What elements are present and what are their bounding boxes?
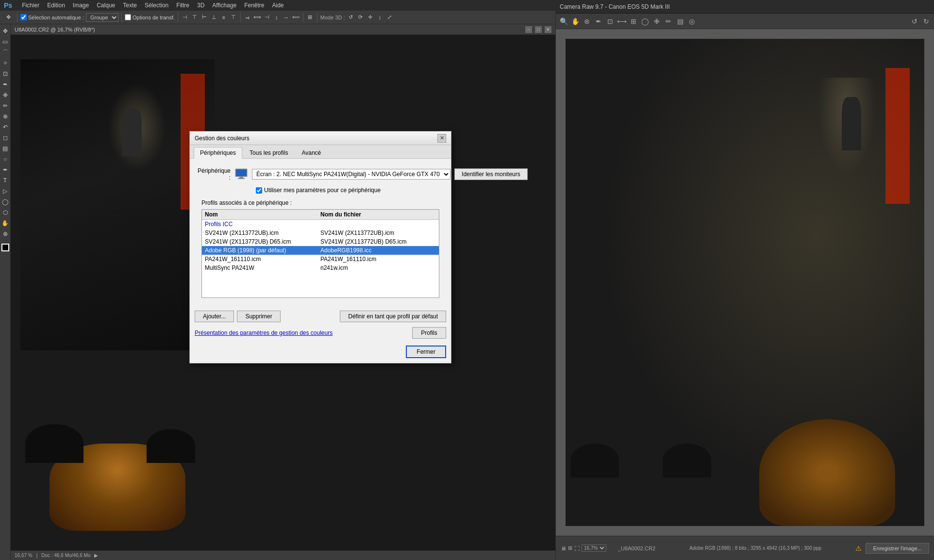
tool-dodge[interactable]: ○ — [0, 154, 10, 164]
mode3d-roll-icon[interactable]: ⟳ — [357, 14, 365, 21]
tool-gradient[interactable]: ▤ — [0, 144, 10, 153]
menu-selection[interactable]: Sélection — [141, 1, 172, 10]
menu-texte[interactable]: Texte — [119, 1, 141, 10]
cr-color-sample-icon[interactable]: ✒ — [594, 16, 603, 26]
profile-row-2[interactable]: Adobe RGB (1998) (par défaut) AdobeRGB19… — [202, 246, 439, 255]
tool-brush[interactable]: ✏ — [0, 101, 10, 111]
tool-text[interactable]: T — [0, 176, 10, 185]
tool-move[interactable]: ✥ — [0, 26, 10, 36]
dialog-close-btn[interactable]: ✕ — [437, 134, 446, 143]
tab-avance[interactable]: Avancé — [295, 147, 327, 158]
align-right-icon[interactable]: ⊢ — [200, 14, 208, 21]
col-name-header: Nom — [205, 211, 320, 218]
identify-monitors-btn[interactable]: Identifier les moniteurs — [454, 168, 528, 180]
menu-filtre[interactable]: Filtre — [172, 1, 193, 10]
color-settings-link[interactable]: Présentation des paramètres de gestion d… — [195, 329, 333, 336]
options-transf-checkbox[interactable]: Options de transf. — [125, 14, 175, 20]
tool-history-brush[interactable]: ↶ — [0, 122, 10, 132]
move-tool-btn[interactable]: ✥ — [3, 13, 14, 22]
distrib-top-icon[interactable]: ↕ — [273, 14, 281, 21]
camera-raw-titlebar: Camera Raw 9.7 - Canon EOS 5D Mark III — [556, 0, 934, 14]
dialog-body: Périphérique : Écran : 2. NEC MultiSync … — [190, 159, 451, 306]
menu-aide[interactable]: Aide — [268, 1, 288, 10]
tool-stamp[interactable]: ⊕ — [0, 112, 10, 121]
cr-save-btn[interactable]: Enregistrer l'image... — [866, 543, 929, 554]
tool-path-select[interactable]: ▷ — [0, 186, 10, 196]
status-arrow[interactable]: ▶ — [94, 553, 98, 558]
groupe-dropdown[interactable]: Groupe — [86, 13, 118, 22]
doc-maximize-btn[interactable]: □ — [535, 26, 542, 33]
profile-row-4[interactable]: MultiSync PA241W n241w.icm — [202, 264, 439, 272]
status-bar: 16,67 % | Doc : 46,6 Mo/46,6 Mo ▶ — [11, 550, 555, 560]
profile-row-0[interactable]: SV241W (2X113772UB).icm SV241W (2X113772… — [202, 229, 439, 237]
profile-row-1[interactable]: SV241W (2X113772UB) D65.icm SV241W (2X11… — [202, 237, 439, 246]
auto-selection-input[interactable] — [20, 14, 27, 20]
align-center-h-icon[interactable]: ≡ — [220, 14, 228, 21]
align-left-icon[interactable]: ⊣ — [181, 14, 189, 21]
tool-hand[interactable]: ✋ — [0, 218, 10, 228]
distrib-bottom-icon[interactable]: ⟸ — [292, 14, 300, 21]
tool-heal[interactable]: ✙ — [0, 90, 10, 100]
close-dialog-btn[interactable]: Fermer — [406, 346, 446, 358]
distrib-center-h-icon[interactable]: ↔ — [283, 14, 290, 21]
distrib-left-icon[interactable]: ⫤ — [244, 14, 251, 21]
tool-eyedropper[interactable]: ✒ — [0, 80, 10, 89]
mode3d-slide-icon[interactable]: ↕ — [376, 14, 384, 21]
menu-affichage[interactable]: Affichage — [208, 1, 240, 10]
remove-btn[interactable]: Supprimer — [237, 311, 280, 322]
tool-pen[interactable]: ✒ — [0, 165, 10, 175]
tool-crop[interactable]: ⊡ — [0, 69, 10, 79]
use-my-settings-checkbox[interactable] — [256, 187, 262, 194]
cr-spot-heal-icon[interactable]: ✙ — [652, 16, 662, 26]
cr-grad-filter-icon[interactable]: ▤ — [675, 16, 685, 26]
cr-redeye-icon[interactable]: ◯ — [640, 16, 650, 26]
device-select[interactable]: Écran : 2. NEC MultiSync PA241W(Digital)… — [252, 169, 450, 180]
menu-edition[interactable]: Edition — [43, 1, 69, 10]
cr-rotate-right-icon[interactable]: ↻ — [921, 16, 931, 26]
cr-crop-icon[interactable]: ⊡ — [605, 16, 615, 26]
menu-calque[interactable]: Calque — [93, 1, 119, 10]
cr-straighten-icon[interactable]: ⟷ — [617, 16, 627, 26]
align-top-icon[interactable]: ⊥ — [210, 14, 218, 21]
cr-zoom-icon[interactable]: 🔍 — [559, 16, 568, 26]
tab-tous-profils[interactable]: Tous les profils — [243, 147, 294, 158]
foreground-color[interactable] — [1, 244, 9, 251]
mode3d-scale-icon[interactable]: ⤢ — [386, 14, 394, 21]
profiles-btn[interactable]: Profils — [412, 327, 446, 339]
menu-image[interactable]: Image — [69, 1, 93, 10]
tool-lasso[interactable]: ⌒ — [0, 48, 10, 57]
add-btn[interactable]: Ajouter... — [195, 311, 234, 322]
cr-transform-icon[interactable]: ⊞ — [629, 16, 638, 26]
toolbar-sep-4 — [240, 13, 241, 22]
tool-3d[interactable]: ⬡ — [0, 208, 10, 217]
cr-radial-filter-icon[interactable]: ◎ — [687, 16, 697, 26]
tool-select-rect[interactable]: ▭ — [0, 37, 10, 47]
doc-close-btn[interactable]: ✕ — [545, 26, 551, 33]
cr-zoom-select[interactable]: 16,7% — [582, 544, 606, 552]
tool-shape[interactable]: ◯ — [0, 197, 10, 207]
menu-3d[interactable]: 3D — [193, 1, 208, 10]
align-bottom-icon[interactable]: ⊤ — [230, 14, 237, 21]
options-transf-input[interactable] — [125, 14, 131, 20]
menu-fenetre[interactable]: Fenêtre — [240, 1, 268, 10]
menu-fichier[interactable]: Fichier — [18, 1, 43, 10]
tool-magic-wand[interactable]: ✧ — [0, 58, 10, 68]
cr-adj-brush-icon[interactable]: ✏ — [664, 16, 673, 26]
toolbar-sep-2 — [121, 13, 122, 22]
set-default-btn[interactable]: Définir en tant que profil par défaut — [340, 311, 446, 322]
align-center-v-icon[interactable]: ⊤ — [191, 14, 199, 21]
distrib-center-v-icon[interactable]: ⟺ — [253, 14, 261, 21]
auto-selection-checkbox[interactable]: Sélection automatique : — [20, 14, 84, 20]
mode3d-pan-icon[interactable]: ✛ — [367, 14, 374, 21]
tool-zoom[interactable]: ⊕ — [0, 229, 10, 239]
tool-eraser[interactable]: ◻ — [0, 133, 10, 143]
arrange-icon[interactable]: ⊞ — [306, 14, 314, 21]
doc-minimize-btn[interactable]: − — [525, 26, 532, 33]
cr-wb-icon[interactable]: ⊛ — [582, 16, 592, 26]
mode3d-rotate-icon[interactable]: ↺ — [347, 14, 355, 21]
cr-hand-icon[interactable]: ✋ — [570, 16, 580, 26]
cr-rotate-left-icon[interactable]: ↺ — [910, 16, 919, 26]
profile-row-3[interactable]: PA241W_161110.icm PA241W_161110.icm — [202, 255, 439, 264]
distrib-right-icon[interactable]: ⊣ — [263, 14, 271, 21]
tab-peripheriques[interactable]: Périphériques — [194, 147, 242, 159]
